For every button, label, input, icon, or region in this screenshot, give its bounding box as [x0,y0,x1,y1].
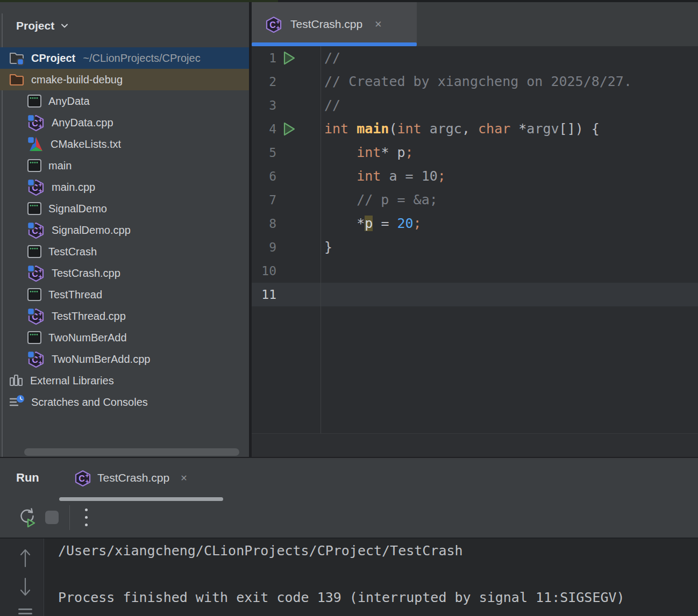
tree-item-label: AnyData [48,95,90,108]
toolbar-separator [69,505,70,530]
project-view-title: Project [16,19,54,32]
run-line-button[interactable] [283,122,296,138]
cpp-icon: C++ [27,307,45,325]
exec-icon [27,245,42,259]
tree-item-testthread[interactable]: TestThread [0,284,249,305]
run-line-button[interactable] [283,51,296,67]
softwrap-icon[interactable] [18,608,32,616]
libs-icon [9,373,24,388]
scroll-up-icon[interactable] [18,547,32,569]
line-number: 10 [252,259,276,283]
run-tool-window: Run C++ TestCrash.cpp ✕ [0,458,698,616]
gutter-separator [320,46,321,433]
active-tab-underline [252,42,417,46]
tree-item-label: CProject [31,52,75,65]
project-view-selector[interactable]: Project [16,15,69,37]
svg-text:+: + [38,123,42,130]
run-toolbar [0,502,698,538]
tree-item-anydata-cpp[interactable]: C++AnyData.cpp [0,112,249,133]
project-root-path: ~/CLionProjects/CProjec [83,52,200,65]
tree-item-testthread-cpp[interactable]: C++TestThread.cpp [0,305,249,327]
tree-item-label: TwoNumBerAdd.cpp [52,353,150,366]
code-line[interactable]: // [324,46,340,70]
exec-icon [27,331,42,345]
tree-item-signaldemo-cpp[interactable]: C++SignalDemo.cpp [0,219,249,241]
tree-item-label: main [48,160,72,172]
line-number: 8 [252,212,276,235]
tree-item-label: TestCrash.cpp [52,267,120,280]
tree-item-testcrash[interactable]: TestCrash [0,241,249,262]
tree-item-label: SignalDemo [48,203,107,215]
tree-item-signaldemo[interactable]: SignalDemo [0,198,249,219]
line-number: 5 [252,141,276,164]
svg-text:C: C [269,20,276,30]
line-number: 2 [252,70,276,94]
svg-text:+: + [85,478,89,485]
stop-button[interactable] [45,511,59,524]
close-icon[interactable]: ✕ [374,19,382,30]
tree-item-label: External Libraries [30,375,114,387]
tree-item-label: TestThread.cpp [52,310,126,323]
cpp-icon: C++ [27,264,45,282]
console-output: /Users/xiangcheng/CLionProjects/CProject… [58,543,625,605]
run-tab-label: TestCrash.cpp [97,471,169,484]
tree-item-main[interactable]: main [0,155,249,176]
folder-root-icon [9,51,25,66]
exec-icon [27,202,42,216]
code-line[interactable]: // Created by xiangcheng on 2025/8/27. [324,70,632,94]
tree-item-label: AnyData.cpp [52,117,113,129]
cpp-icon: C++ [27,350,45,368]
tree-item-external-libraries[interactable]: External Libraries [0,370,249,391]
code-line[interactable]: *p = 20; [324,212,422,235]
line-number: 4 [252,117,276,141]
editor-bottom-area [252,434,698,457]
tree-item-twonumberadd-cpp[interactable]: C++TwoNumBerAdd.cpp [0,348,249,370]
scratches-icon [9,395,25,410]
run-console[interactable]: /Users/xiangcheng/CLionProjects/CProject… [0,538,698,616]
line-number: 11 [252,283,276,306]
tree-item-twonumberadd[interactable]: TwoNumBerAdd [0,327,249,348]
clion-window: Project CProject~/CLionProjects/CProjecc… [0,0,698,616]
tree-item-label: TestCrash [48,246,97,258]
exec-icon [27,288,42,302]
tree-item-cproject[interactable]: CProject~/CLionProjects/CProjec [0,47,249,69]
code-line[interactable]: // [324,94,340,117]
tree-item-label: SignalDemo.cpp [52,224,131,237]
svg-text:+: + [38,230,42,238]
cpp-file-icon: C++ [74,469,92,486]
exec-icon [27,159,42,173]
run-active-tab-underline [59,497,223,501]
svg-text:C: C [79,474,85,483]
code-line[interactable]: } [324,235,332,259]
close-icon[interactable]: ✕ [180,473,187,483]
tree-item-main-cpp[interactable]: C++main.cpp [0,176,249,198]
run-tool-window-title: Run [16,458,39,498]
editor-tab-label: TestCrash.cpp [290,18,362,31]
cpp-icon: C++ [27,178,45,196]
more-options-button[interactable] [85,508,88,531]
line-number: 9 [252,235,276,259]
rerun-button[interactable] [18,507,37,528]
tree-item-anydata[interactable]: AnyData [0,90,249,112]
exec-icon [27,94,42,108]
run-tab-testcrash[interactable]: C++ TestCrash.cpp ✕ [74,458,188,498]
folder-icon [9,73,25,87]
code-editor[interactable]: 1//2// Created by xiangcheng on 2025/8/2… [252,46,698,457]
tree-item-cmakelists-txt[interactable]: CMakeLists.txt [0,133,249,155]
editor-tab-testcrash[interactable]: C++ TestCrash.cpp ✕ [252,2,417,46]
code-line[interactable]: int a = 10; [324,164,446,188]
code-line[interactable]: int main(int argc, char *argv[]) { [324,117,600,141]
tree-item-label: TestThread [48,289,102,301]
tree-item-label: CMakeLists.txt [51,138,121,151]
tree-item-scratches-and-consoles[interactable]: Scratches and Consoles [0,391,249,413]
scroll-down-icon[interactable] [18,576,32,598]
tree-item-testcrash-cpp[interactable]: C++TestCrash.cpp [0,262,249,284]
tree-item-cmake-build-debug[interactable]: cmake-build-debug [0,69,249,90]
svg-text:+: + [276,24,280,32]
code-line[interactable]: int* p; [324,141,414,164]
project-tree-horizontal-scrollbar[interactable] [24,448,239,456]
tree-item-label: TwoNumBerAdd [48,332,127,344]
line-number: 7 [252,188,276,212]
cpp-icon: C++ [27,221,45,239]
code-line[interactable]: // p = &a; [324,188,438,212]
